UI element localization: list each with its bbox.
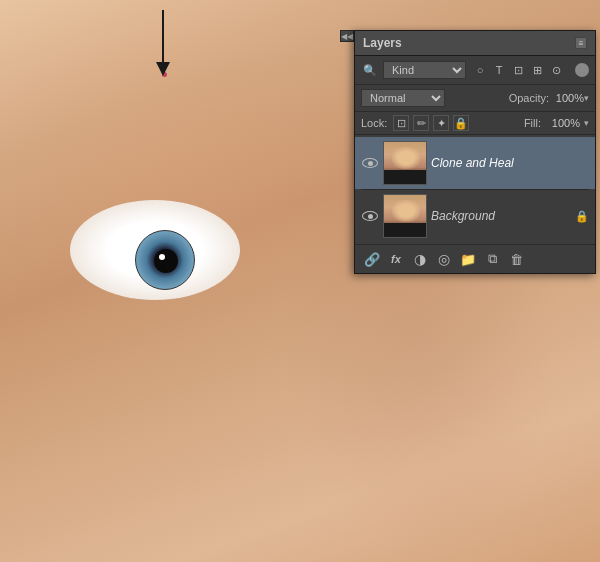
layer-fx-button[interactable]: fx <box>387 250 405 268</box>
panel-title: Layers <box>363 36 402 50</box>
filter-search-icon: 🔍 <box>361 62 379 78</box>
blend-opacity-row: Normal Dissolve Multiply Screen Overlay … <box>355 85 595 112</box>
layer-lock-badge: 🔒 <box>575 209 589 223</box>
iris <box>135 230 195 290</box>
thumb-face-bg <box>384 195 426 237</box>
panel-footer: 🔗 fx ◑ ◎ 📁 ⧉ 🗑 <box>355 244 595 273</box>
lock-pixels-icon[interactable]: ⊡ <box>393 115 409 131</box>
eye-visible-icon <box>362 158 378 168</box>
thumb-shirt <box>384 170 426 184</box>
link-layers-icon[interactable]: 🔗 <box>363 250 381 268</box>
thumb-face-bg <box>384 142 426 184</box>
double-arrow-button[interactable]: ◀◀ <box>340 30 354 42</box>
layer-visibility-toggle[interactable] <box>361 154 379 172</box>
panel-controls: ≡ <box>575 37 587 49</box>
lock-fill-row: Lock: ⊡ ✏ ✦ 🔒 Fill: 100% ▾ <box>355 112 595 135</box>
blend-select-wrap: Normal Dissolve Multiply Screen Overlay <box>361 89 445 107</box>
filter-row: 🔍 Kind Name Effect Mode Attribute Color … <box>355 56 595 85</box>
panel-titlebar: Layers ≡ <box>355 31 595 56</box>
fill-label: Fill: <box>524 117 541 129</box>
shape-filter-icon[interactable]: ⊡ <box>510 62 526 78</box>
new-group-icon[interactable]: 📁 <box>459 250 477 268</box>
thumb-face-light <box>392 147 420 169</box>
pupil <box>154 249 178 273</box>
thumb-face-light <box>392 200 420 222</box>
layer-name: Clone and Heal <box>431 156 589 170</box>
filter-type-icons: ○ T ⊡ ⊞ ⊙ <box>472 62 564 78</box>
thumb-shirt <box>384 223 426 237</box>
lock-position-icon[interactable]: ✦ <box>433 115 449 131</box>
filter-toggle-dot[interactable] <box>575 63 589 77</box>
fill-chevron: ▾ <box>584 118 589 128</box>
eye-area <box>60 180 260 340</box>
blend-mode-dropdown[interactable]: Normal Dissolve Multiply Screen Overlay <box>361 89 445 107</box>
opacity-label: Opacity: <box>509 92 549 104</box>
layer-item[interactable]: Background 🔒 <box>355 190 595 242</box>
layer-item[interactable]: Clone and Heal <box>355 137 595 189</box>
adjustment-layer-icon[interactable]: ◎ <box>435 250 453 268</box>
layer-name: Background <box>431 209 571 223</box>
opacity-value[interactable]: 100% <box>549 92 584 104</box>
lock-image-icon[interactable]: ✏ <box>413 115 429 131</box>
lock-label: Lock: <box>361 117 387 129</box>
eye-visible-icon <box>362 211 378 221</box>
eye-white <box>70 200 240 300</box>
pixel-filter-icon[interactable]: ○ <box>472 62 488 78</box>
type-filter-icon[interactable]: T <box>491 62 507 78</box>
panel-collapse-area: ◀◀ <box>340 30 354 42</box>
arrow-shaft <box>162 10 164 65</box>
kind-dropdown[interactable]: Kind Name Effect Mode Attribute Color <box>383 61 466 79</box>
layer-thumbnail <box>383 194 427 238</box>
delete-layer-icon[interactable]: 🗑 <box>507 250 525 268</box>
new-layer-icon[interactable]: ⧉ <box>483 250 501 268</box>
layers-list: Clone and Heal Background 🔒 <box>355 135 595 244</box>
smart-filter-icon[interactable]: ⊞ <box>529 62 545 78</box>
arrow-head <box>156 62 170 76</box>
add-mask-icon[interactable]: ◑ <box>411 250 429 268</box>
lock-icons-group: ⊡ ✏ ✦ 🔒 <box>393 115 469 131</box>
layers-panel: Layers ≡ 🔍 Kind Name Effect Mode Attribu… <box>354 30 596 274</box>
adjustment-filter-icon[interactable]: ⊙ <box>548 62 564 78</box>
layer-visibility-toggle[interactable] <box>361 207 379 225</box>
opacity-chevron: ▾ <box>584 93 589 103</box>
blend-row-inner: Normal Dissolve Multiply Screen Overlay … <box>361 89 589 107</box>
pupil-highlight <box>159 254 165 260</box>
panel-menu-button[interactable]: ≡ <box>575 37 587 49</box>
layer-thumbnail <box>383 141 427 185</box>
lock-all-icon[interactable]: 🔒 <box>453 115 469 131</box>
fill-value[interactable]: 100% <box>545 117 580 129</box>
